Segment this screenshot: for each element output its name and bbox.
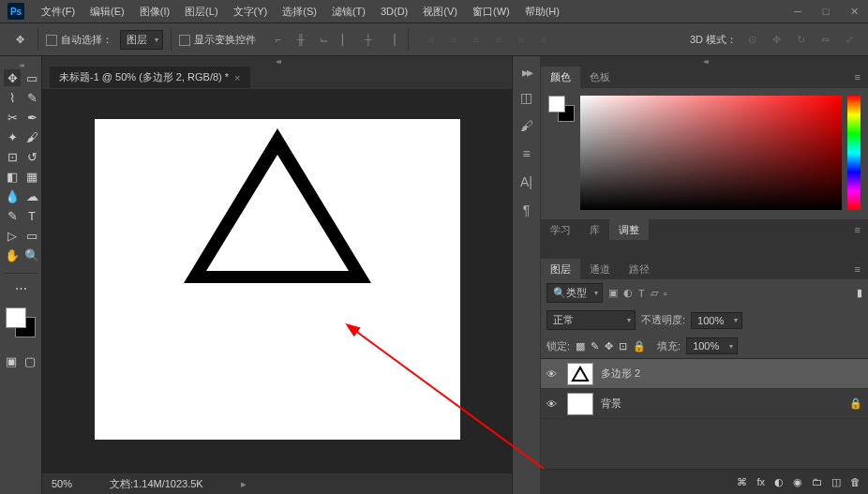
collapse-grip[interactable]: ▸▸ [522,67,531,77]
canvas[interactable] [95,119,460,440]
align-hcenter-icon[interactable]: ┼ [359,30,378,49]
filter-type-icon[interactable]: T [638,288,645,299]
filter-adjust-icon[interactable]: ◐ [623,287,633,299]
distribute-icon[interactable]: ≡ [467,30,486,49]
distribute-icon[interactable]: ≡ [489,30,508,49]
polygon-shape[interactable] [184,128,371,292]
tab-adjustments[interactable]: 调整 [609,219,649,241]
dodge-tool[interactable]: ☁ [23,187,40,204]
tab-learn[interactable]: 学习 [541,219,580,241]
color-swatches[interactable] [6,307,36,337]
path-select-tool[interactable]: ▷ [4,227,21,244]
tab-libraries[interactable]: 库 [580,219,609,241]
character-panel-icon[interactable]: A| [520,174,532,189]
panel-menu-icon[interactable]: ≡ [847,263,868,275]
menu-help[interactable]: 帮助(H) [517,1,567,22]
canvas-viewport[interactable] [42,89,512,473]
type-tool[interactable]: T [23,207,40,224]
layer-row[interactable]: 👁 背景 🔒 [541,389,868,419]
hue-slider[interactable] [847,96,861,210]
edit-toolbar-icon[interactable]: ⋯ [12,279,29,296]
layer-thumbnail[interactable] [567,363,593,385]
show-transform-checkbox[interactable]: 显示变换控件 [179,33,256,47]
menu-layer[interactable]: 图层(L) [177,1,225,22]
history-brush-tool[interactable]: ↺ [23,148,40,165]
menu-select[interactable]: 选择(S) [275,1,324,22]
collapse-grip[interactable]: ◂◂ [42,56,512,66]
panel-fg-color[interactable] [548,96,565,112]
gradient-tool[interactable]: ▦ [23,168,40,185]
align-right-icon[interactable]: ▕ [382,30,400,49]
menu-file[interactable]: 文件(F) [34,1,82,22]
3d-slide-icon[interactable]: ⇔ [816,30,834,49]
panel-menu-icon[interactable]: ≡ [847,71,868,82]
lock-pixels-icon[interactable]: ▩ [576,340,585,352]
align-bottom-icon[interactable]: ⌙ [314,30,333,49]
minimize-button[interactable]: ─ [784,2,812,21]
menu-edit[interactable]: 编辑(E) [82,1,132,22]
3d-scale-icon[interactable]: ⤢ [840,30,859,49]
quick-select-tool[interactable]: ✎ [23,89,40,106]
new-fill-icon[interactable]: ◉ [793,476,802,488]
align-left-icon[interactable]: ▏ [337,30,355,49]
stamp-tool[interactable]: ⊡ [4,148,21,165]
menu-image[interactable]: 图像(I) [132,1,177,22]
filter-smart-icon[interactable]: ▫ [664,288,667,299]
history-panel-icon[interactable]: ◫ [520,90,532,105]
collapse-grip[interactable]: ◂◂ [541,56,868,66]
lock-artboard-icon[interactable]: ⊡ [619,340,627,352]
3d-roll-icon[interactable]: ↻ [791,30,810,49]
close-tab-icon[interactable]: × [234,72,240,83]
fill-input[interactable]: 100% [686,337,738,354]
delete-layer-icon[interactable]: 🗑 [850,476,861,487]
tab-paths[interactable]: 路径 [620,259,659,280]
panel-menu-icon[interactable]: ≡ [847,224,868,235]
swatches-panel-icon[interactable]: ≡ [522,146,530,161]
lock-move-icon[interactable]: ✥ [605,340,613,352]
filter-toggle[interactable]: ▮ [857,287,862,299]
visibility-toggle-icon[interactable]: 👁 [546,398,560,410]
tab-channels[interactable]: 通道 [580,259,620,280]
zoom-level[interactable]: 50% [52,478,72,489]
tab-swatches[interactable]: 色板 [580,67,620,88]
lock-position-icon[interactable]: ✎ [591,340,599,352]
3d-pan-icon[interactable]: ✥ [767,30,786,49]
distribute-icon[interactable]: ≡ [444,30,463,49]
link-layers-icon[interactable]: ⌘ [737,476,747,488]
menu-3d[interactable]: 3D(D) [373,2,415,21]
auto-select-target-dropdown[interactable]: 图层 [120,30,163,50]
align-vcenter-icon[interactable]: ╫ [292,30,310,49]
auto-select-checkbox[interactable]: 自动选择： [46,33,112,47]
layer-mask-icon[interactable]: ◐ [774,476,784,488]
paragraph-panel-icon[interactable]: ¶ [523,202,531,217]
blur-tool[interactable]: 💧 [4,187,21,204]
hand-tool[interactable]: ✋ [4,247,21,263]
eyedropper-tool[interactable]: ✒ [23,109,40,126]
crop-tool[interactable]: ✂ [4,109,21,126]
tab-layers[interactable]: 图层 [541,259,580,280]
document-tab[interactable]: 未标题-1 @ 50% (多边形 2, RGB/8) * × [50,67,250,88]
filter-pixel-icon[interactable]: ▣ [608,287,618,299]
foreground-color[interactable] [6,307,26,328]
collapse-grip[interactable]: ◂◂ [4,60,37,69]
marquee-tool[interactable]: ▭ [23,69,40,86]
layer-fx-icon[interactable]: fx [756,476,765,487]
brush-panel-icon[interactable]: 🖌 [520,118,533,133]
align-top-icon[interactable]: ⌐ [269,30,288,49]
shape-tool[interactable]: ▭ [23,227,40,244]
healing-tool[interactable]: ✦ [4,128,21,145]
menu-type[interactable]: 文字(Y) [226,1,276,22]
distribute-icon[interactable]: ≡ [512,30,531,49]
new-group-icon[interactable]: 🗀 [812,476,822,487]
lock-all-icon[interactable]: 🔒 [633,340,646,352]
doc-info[interactable]: 文档:1.14M/1023.5K [110,477,203,491]
layer-row[interactable]: 👁 多边形 2 [541,359,868,389]
pen-tool[interactable]: ✎ [4,207,21,224]
eraser-tool[interactable]: ◧ [4,168,21,185]
new-layer-icon[interactable]: ◫ [831,476,841,488]
screenmode-tool[interactable]: ▢ [22,352,37,369]
tab-color[interactable]: 颜色 [541,67,580,88]
color-field[interactable] [580,96,842,210]
zoom-tool[interactable]: 🔍 [23,247,40,263]
blend-mode-dropdown[interactable]: 正常 [546,310,636,330]
